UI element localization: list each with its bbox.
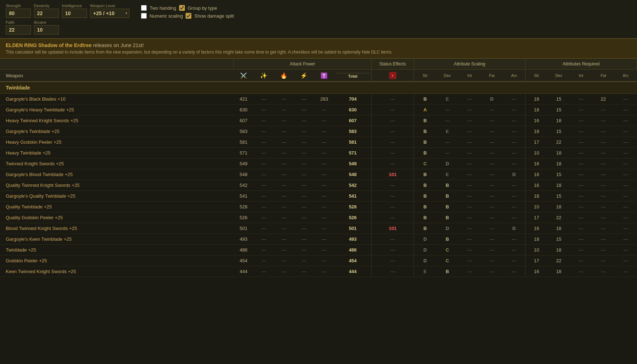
table-cell: — [570, 137, 592, 148]
table-cell: B [414, 169, 436, 180]
weapon-name[interactable]: Quality Twinned Knight Swords +25 [0, 180, 233, 191]
weapon-name[interactable]: Gargoyle's Quality Twinblade +25 [0, 191, 233, 202]
show-damage-split-label[interactable]: Show damage split [194, 13, 234, 19]
faith-label: Faith [6, 20, 31, 24]
weapon-name[interactable]: Quality Twinblade +25 [0, 202, 233, 212]
table-row[interactable]: Quality Twinblade +25 528 — — — — 528 — … [0, 202, 637, 212]
table-cell: — [481, 191, 503, 202]
weapon-name[interactable]: Twinblade +25 [0, 245, 233, 255]
strength-input[interactable] [6, 9, 31, 18]
two-handing-label[interactable]: Two handing [150, 5, 176, 11]
weapon-name[interactable]: Heavy Twinblade +25 [0, 148, 233, 158]
table-cell: — [592, 137, 614, 148]
weapon-name[interactable]: Heavy Twinned Knight Swords +25 [0, 115, 233, 126]
table-cell: — [254, 234, 274, 245]
table-cell: — [459, 158, 481, 169]
table-cell: — [503, 148, 525, 158]
weapon-level-select[interactable]: +25 / +10 +25 +10 [90, 9, 129, 18]
intelligence-input[interactable] [62, 9, 87, 18]
weapon-name[interactable]: Twinned Knight Swords +25 [0, 158, 233, 169]
table-cell: — [294, 158, 314, 169]
weapon-name[interactable]: Gargoyle's Heavy Twinblade +25 [0, 105, 233, 115]
table-cell: B [436, 180, 459, 191]
group-by-type-checkbox[interactable] [179, 5, 185, 11]
status-cell: — [372, 137, 414, 148]
table-cell: — [614, 255, 637, 266]
table-cell: — [254, 137, 274, 148]
banner-description: This calculator will be updated to inclu… [6, 50, 631, 55]
table-cell: — [274, 212, 294, 223]
arcane-input[interactable] [34, 25, 59, 34]
table-row[interactable]: Twinblade +25 486 — — — — 486 — D C — — … [0, 245, 637, 255]
table-row[interactable]: Blood Twinned Knight Swords +25 501 — — … [0, 223, 637, 234]
bleed-status-icon: ♦ [389, 72, 396, 79]
table-cell: — [314, 202, 334, 212]
show-damage-split-checkbox[interactable] [186, 13, 191, 19]
dexterity-input[interactable] [34, 9, 59, 18]
numeric-scaling-label[interactable]: Numeric scaling [150, 13, 183, 19]
weapon-name[interactable]: Gargoyle's Keen Twinblade +25 [0, 234, 233, 245]
table-row[interactable]: Gargoyle's Twinblade +25 583 — — — — 583… [0, 126, 637, 137]
table-cell: — [481, 266, 503, 277]
total-cell: 528 [334, 202, 371, 212]
table-cell: — [592, 202, 614, 212]
stats-row-top: Strength Dexterity Intelligence Weapon L… [6, 4, 129, 18]
table-cell: — [274, 180, 294, 191]
table-row[interactable]: Gargoyle's Keen Twinblade +25 493 — — — … [0, 234, 637, 245]
table-row[interactable]: Godskin Peeler +25 454 — — — — 454 — D C… [0, 255, 637, 266]
table-row[interactable]: Heavy Twinned Knight Swords +25 607 — — … [0, 115, 637, 126]
weapon-name[interactable]: Heavy Godskin Peeler +25 [0, 137, 233, 148]
table-cell: — [614, 158, 637, 169]
table-row[interactable]: Gargoyle's Quality Twinblade +25 541 — —… [0, 191, 637, 202]
weapon-name[interactable]: Gargoyle's Blood Twinblade +25 [0, 169, 233, 180]
table-cell: — [592, 223, 614, 234]
table-cell: — [481, 180, 503, 191]
weapon-name[interactable]: Gargoyle's Twinblade +25 [0, 126, 233, 137]
table-cell: — [459, 105, 481, 115]
numeric-scaling-checkbox[interactable] [141, 13, 147, 19]
table-row[interactable]: Gargoyle's Heavy Twinblade +25 630 — — —… [0, 105, 637, 115]
two-handing-checkbox[interactable] [141, 5, 147, 11]
table-cell: E [414, 266, 436, 277]
table-row[interactable]: Heavy Godskin Peeler +25 581 — — — — 581… [0, 137, 637, 148]
arcane-label: Arcane [34, 20, 59, 24]
table-cell: — [274, 191, 294, 202]
weapon-name[interactable]: Quality Godskin Peeler +25 [0, 212, 233, 223]
table-cell: A [414, 105, 436, 115]
table-cell: — [254, 212, 274, 223]
col-scl-fai: Fai [481, 70, 503, 82]
table-cell: — [459, 223, 481, 234]
table-cell: — [481, 202, 503, 212]
table-cell: — [481, 105, 503, 115]
table-row[interactable]: Gargoyle's Black Blades +10 421 — — — 28… [0, 94, 637, 105]
table-row[interactable]: Quality Godskin Peeler +25 526 — — — — 5… [0, 212, 637, 223]
weapon-name[interactable]: Gargoyle's Black Blades +10 [0, 94, 233, 105]
status-cell: — [372, 105, 414, 115]
table-cell: C [414, 158, 436, 169]
table-cell: — [254, 191, 274, 202]
weapon-name[interactable]: Blood Twinned Knight Swords +25 [0, 223, 233, 234]
table-row[interactable]: Keen Twinned Knight Swords +25 444 — — —… [0, 266, 637, 277]
table-cell: — [614, 105, 637, 115]
status-cell: — [372, 191, 414, 202]
table-cell: D [414, 245, 436, 255]
faith-input[interactable] [6, 25, 31, 34]
table-cell: D [414, 234, 436, 245]
weapon-name[interactable]: Keen Twinned Knight Swords +25 [0, 266, 233, 277]
table-row[interactable]: Twinned Knight Swords +25 549 — — — — 54… [0, 158, 637, 169]
announcement-banner: ELDEN RING Shadow of the Erdtree release… [0, 38, 637, 59]
table-cell: — [294, 169, 314, 180]
intelligence-box: Intelligence [62, 4, 87, 18]
table-cell: — [459, 94, 481, 105]
col-scl-dex: Dex [436, 70, 459, 82]
table-row[interactable]: Heavy Twinblade +25 571 — — — — 571 — B … [0, 148, 637, 158]
table-cell: — [254, 266, 274, 277]
table-cell: B [436, 266, 459, 277]
table-row[interactable]: Quality Twinned Knight Swords +25 542 — … [0, 180, 637, 191]
table-cell: D [503, 169, 525, 180]
table-cell: 528 [233, 202, 254, 212]
weapon-name[interactable]: Godskin Peeler +25 [0, 255, 233, 266]
group-by-type-label[interactable]: Group by type [188, 5, 217, 11]
table-row[interactable]: Gargoyle's Blood Twinblade +25 548 — — —… [0, 169, 637, 180]
table-cell: 454 [233, 255, 254, 266]
